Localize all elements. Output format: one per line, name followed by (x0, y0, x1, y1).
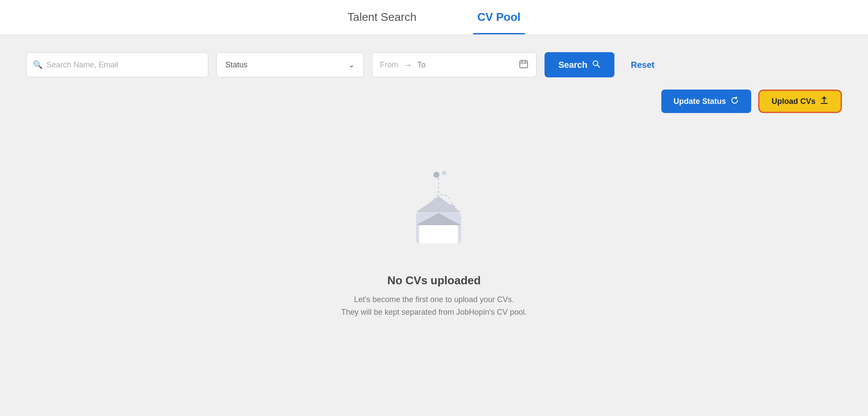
svg-rect-0 (520, 61, 528, 68)
action-row: Update Status Upload CVs (26, 90, 842, 113)
filter-row: 🔍 Status ⌄ From → To Search (26, 52, 842, 77)
chevron-down-icon: ⌄ (348, 60, 355, 70)
calendar-icon[interactable] (519, 59, 528, 71)
empty-state: No CVs uploaded Let's become the first o… (26, 135, 842, 336)
update-status-button[interactable]: Update Status (661, 90, 751, 113)
search-button-label: Search (558, 60, 587, 70)
empty-subtitle-line1: Let's become the first one to upload you… (354, 295, 514, 304)
svg-point-8 (442, 171, 446, 175)
tab-talent-search[interactable]: Talent Search (343, 0, 421, 34)
upload-cvs-button[interactable]: Upload CVs (758, 90, 842, 113)
search-input-wrapper: 🔍 (26, 52, 208, 77)
empty-subtitle-line2: They will be kept separated from JobHopi… (341, 308, 527, 316)
arrow-icon: → (403, 60, 412, 70)
search-button-icon (592, 60, 601, 70)
empty-state-title: No CVs uploaded (387, 274, 481, 287)
status-dropdown[interactable]: Status ⌄ (216, 52, 364, 77)
reset-button-label: Reset (631, 60, 654, 70)
update-status-label: Update Status (673, 97, 726, 106)
date-range-wrapper: From → To (372, 52, 537, 77)
upload-icon (820, 96, 828, 107)
from-placeholder-text: From (380, 60, 398, 70)
svg-line-5 (597, 65, 600, 67)
svg-rect-14 (419, 225, 458, 243)
search-button[interactable]: Search (545, 52, 614, 77)
empty-illustration (395, 161, 473, 256)
to-label: To (417, 60, 426, 70)
search-inside-icon: 🔍 (33, 60, 43, 70)
svg-point-7 (433, 172, 439, 178)
empty-state-subtitle: Let's become the first one to upload you… (341, 293, 527, 319)
reset-button[interactable]: Reset (622, 52, 663, 77)
status-dropdown-label: Status (225, 60, 248, 70)
main-content: 🔍 Status ⌄ From → To Search (0, 35, 868, 416)
upload-cvs-label: Upload CVs (772, 97, 815, 106)
search-name-email-input[interactable] (26, 52, 208, 77)
tab-cv-pool[interactable]: CV Pool (473, 0, 525, 34)
refresh-icon (730, 96, 739, 107)
header: Talent Search CV Pool (0, 0, 868, 35)
